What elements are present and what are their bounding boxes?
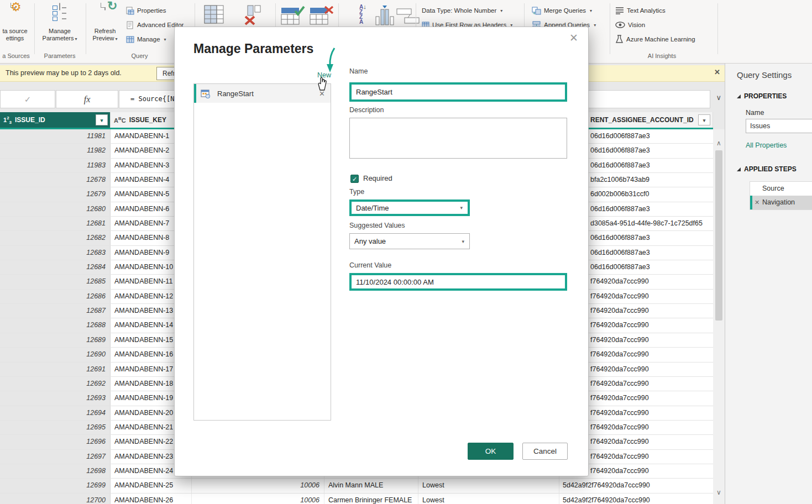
collapse-triangle-icon [737,95,741,98]
chevron-down-icon: ▾ [116,36,118,41]
cell-issue-id[interactable]: 12678 [0,173,111,187]
filter-dropdown-button[interactable]: ▾ [698,114,710,125]
keep-rows-button[interactable] [281,6,305,25]
choose-columns-button[interactable] [203,4,224,24]
cell-reporter-id[interactable]: 10006 [192,494,324,504]
split-column-button[interactable] [396,8,421,24]
cell-person[interactable]: Alvin Mann MALE [324,479,418,492]
cell-issue-id[interactable]: 12696 [0,435,111,449]
cell-issue-id[interactable]: 12693 [0,391,111,405]
chevron-down-icon: ▾ [460,205,463,211]
chevron-down-icon: ▾ [462,239,464,244]
manage-button[interactable]: Manage ▾ [126,33,166,45]
step-navigation[interactable]: ✕ Navigation [750,196,812,209]
dialog-title: Manage Parameters [193,41,313,56]
cell-priority[interactable]: Lowest [418,479,559,492]
text-analytics-button[interactable]: Text Analytics [615,4,666,17]
cell-issue-id[interactable]: 12690 [0,348,111,361]
filter-dropdown-button[interactable]: ▾ [96,114,108,125]
cell-issue-id[interactable]: 12689 [0,333,111,347]
data-type-dropdown[interactable]: Data Type: Whole Number ▾ [422,4,502,17]
cell-issue-id[interactable]: 12699 [0,479,111,492]
cell-issue-id[interactable]: 12697 [0,450,111,464]
dialog-close-icon[interactable]: ✕ [569,32,578,44]
name-label: Name [746,109,764,117]
merge-queries-button[interactable]: Merge Queries ▾ [532,4,592,17]
cancel-button[interactable]: Cancel [522,443,568,460]
parameter-name-input[interactable]: RangeStart [349,82,567,102]
cell-issue-key[interactable]: AMANDABENN-26 [111,494,192,504]
vision-button[interactable]: Vision [615,19,645,31]
choose-columns-icon [203,4,224,24]
parameter-list-item-rangestart[interactable]: RangeStart ✕ [194,84,331,103]
cell-issue-id[interactable]: 12695 [0,421,111,434]
cell-issue-id[interactable]: 12691 [0,363,111,376]
cell-person[interactable]: Carmen Brininger FEMALE [324,494,418,504]
current-value-input[interactable]: 11/10/2024 00:00:00 AM [349,273,567,291]
cell-issue-id[interactable]: 12685 [0,275,111,288]
cell-priority[interactable]: Lowest [418,494,559,504]
whole-number-type-icon: 123 [3,116,12,125]
table-vertical-scrollbar[interactable]: ∧ ∨ [713,129,725,504]
azure-ml-button[interactable]: Azure Machine Learning [615,33,695,45]
refresh-preview-button[interactable]: ↻ Refresh Preview▾ [87,3,123,43]
cell-issue-key[interactable]: AMANDABENN-25 [111,479,192,492]
cell-issue-id[interactable]: 12684 [0,260,111,274]
type-dropdown[interactable]: Date/Time ▾ [349,200,470,216]
cell-issue-id[interactable]: 12686 [0,290,111,303]
cell-issue-id[interactable]: 12680 [0,202,111,216]
sort-ascending-button[interactable]: A↓ Z Z A [359,4,366,24]
description-textarea[interactable] [349,118,567,159]
properties-button[interactable]: Properties [126,4,166,17]
check-icon: ✓ [352,176,357,182]
name-label: Name [349,67,368,75]
cell-assignee-account-id[interactable]: 5d42a9f2f764920da7ccc990 [559,479,713,492]
cell-issue-id[interactable]: 12681 [0,217,111,230]
column-header-issue-id[interactable]: 123 ISSUE_ID ▾ [0,112,111,128]
expand-formula-bar-icon[interactable]: ∨ [716,93,721,102]
cell-issue-id[interactable]: 11982 [0,144,111,158]
cell-issue-id[interactable]: 12679 [0,187,111,201]
properties-section-header[interactable]: PROPERTIES [737,92,787,100]
commit-formula-button[interactable]: ✓ [0,90,55,108]
ok-button[interactable]: OK [468,443,514,460]
delete-step-icon[interactable]: ✕ [755,196,759,209]
panel-title: Query Settings [737,70,792,80]
remove-columns-button[interactable] [241,4,263,25]
group-by-button[interactable] [374,4,396,27]
query-name-input[interactable]: Issues [746,119,812,133]
fx-icon: fx [84,95,91,104]
scroll-up-icon[interactable]: ∧ [713,139,725,147]
warning-message: This preview may be up to 2 days old. [6,69,122,77]
remove-rows-button[interactable] [310,6,334,25]
cell-issue-id[interactable]: 11981 [0,129,111,143]
cell-issue-id[interactable]: 11983 [0,159,111,172]
cell-issue-id[interactable]: 12700 [0,494,111,504]
fx-button[interactable]: fx [56,90,118,108]
cell-reporter-id[interactable]: 10006 [192,479,324,492]
all-properties-link[interactable]: All Properties [746,141,787,149]
cell-assignee-account-id[interactable]: 5d42a9f2f764920da7ccc990 [559,494,713,504]
scrollbar-thumb[interactable] [715,150,722,321]
cell-issue-id[interactable]: 12694 [0,406,111,420]
cell-issue-id[interactable]: 12683 [0,246,111,260]
manage-parameters-button[interactable]: Manage Parameters▾ [38,3,82,43]
close-icon[interactable]: ✕ [714,68,720,76]
chevron-down-icon: ▾ [703,118,706,123]
cell-issue-id[interactable]: 12692 [0,377,111,391]
suggested-values-dropdown[interactable]: Any value ▾ [349,233,470,249]
cell-issue-id[interactable]: 12688 [0,318,111,332]
power-query-editor-window: ⚙ ta source ettings a Sources Manage Par… [0,0,812,504]
text-lines-icon [615,7,624,14]
remove-columns-icon [241,4,263,25]
scroll-down-icon[interactable]: ∨ [713,489,725,496]
group-label-ai-insights: AI Insights [614,53,710,59]
step-source[interactable]: Source [750,182,812,196]
chevron-down-icon: ▾ [594,23,596,28]
applied-steps-section-header[interactable]: APPLIED STEPS [737,165,797,173]
required-checkbox[interactable]: ✓ [350,175,359,183]
cell-issue-id[interactable]: 12698 [0,464,111,478]
cell-issue-id[interactable]: 12682 [0,231,111,245]
flask-icon [615,35,624,44]
cell-issue-id[interactable]: 12687 [0,304,111,318]
